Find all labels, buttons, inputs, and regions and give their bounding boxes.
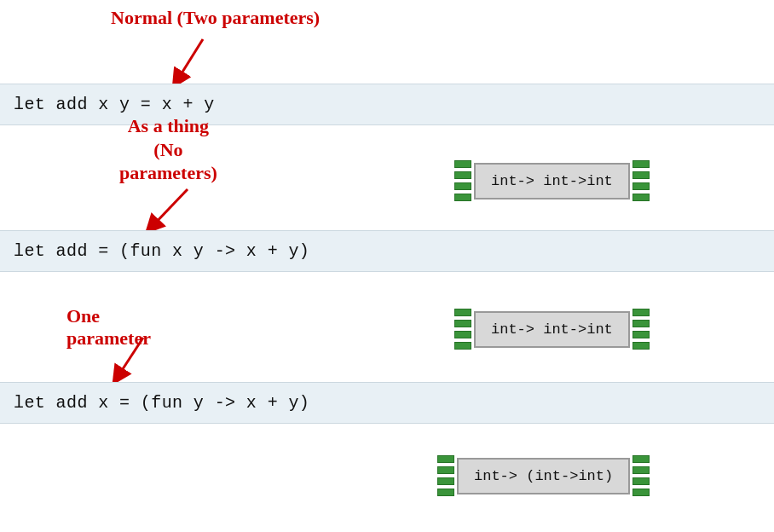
code-text-2: let add = (fun x y -> x + y) xyxy=(14,241,309,261)
rail-stripe xyxy=(454,160,471,168)
rail-stripe xyxy=(437,489,454,496)
rail-stripe xyxy=(437,455,454,463)
rail-right-1 xyxy=(630,157,652,205)
type-box-2: int-> int->int xyxy=(474,311,630,348)
rail-stripe xyxy=(454,309,471,316)
svg-line-1 xyxy=(177,39,203,80)
rail-stripe xyxy=(454,171,471,179)
type-box-1: int-> int->int xyxy=(474,163,630,200)
rail-stripe xyxy=(632,160,650,168)
rail-stripe xyxy=(632,171,650,179)
rail-stripe xyxy=(437,477,454,485)
type-widget-3: int-> (int->int) xyxy=(435,452,652,500)
rail-right-2 xyxy=(630,305,652,353)
rail-left-2 xyxy=(452,305,474,353)
code-row-3: let add x = (fun y -> x + y) xyxy=(0,382,774,424)
rail-left-1 xyxy=(452,157,474,205)
svg-line-5 xyxy=(118,338,143,377)
rail-stripe xyxy=(454,320,471,327)
code-text-3: let add x = (fun y -> x + y) xyxy=(14,393,309,413)
rail-stripe xyxy=(454,342,471,350)
rail-stripe xyxy=(632,182,650,190)
svg-line-3 xyxy=(152,189,188,227)
rail-stripe xyxy=(632,309,650,316)
rail-stripe xyxy=(454,331,471,338)
annotation-normal-text: Normal (Two parameters) xyxy=(111,7,320,29)
code-row-1: let add x y = x + y xyxy=(0,84,774,125)
arrow-normal xyxy=(169,38,237,89)
rail-right-3 xyxy=(630,452,652,500)
code-text-1: let add x y = x + y xyxy=(14,95,215,114)
rail-stripe xyxy=(632,342,650,350)
arrow-thing xyxy=(145,188,213,234)
rail-stripe xyxy=(454,194,471,201)
rail-stripe xyxy=(632,194,650,201)
rail-stripe xyxy=(632,320,650,327)
rail-left-3 xyxy=(435,452,457,500)
arrow-one-param xyxy=(109,336,177,383)
annotation-thing-text: As a thing(No parameters) xyxy=(119,114,217,185)
rail-stripe xyxy=(632,466,650,474)
type-box-3: int-> (int->int) xyxy=(457,458,630,494)
rail-stripe xyxy=(454,182,471,190)
rail-stripe xyxy=(437,466,454,474)
type-widget-1: int-> int->int xyxy=(452,157,652,205)
type-widget-2: int-> int->int xyxy=(452,305,652,353)
code-row-2: let add = (fun x y -> x + y) xyxy=(0,230,774,272)
annotation-normal: Normal (Two parameters) xyxy=(111,7,320,29)
rail-stripe xyxy=(632,477,650,485)
rail-stripe xyxy=(632,331,650,338)
rail-stripe xyxy=(632,489,650,496)
rail-stripe xyxy=(632,455,650,463)
